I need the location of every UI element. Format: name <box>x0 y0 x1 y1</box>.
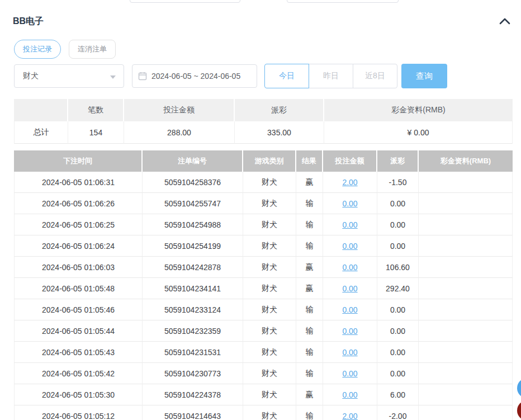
bet-id: 5059104242878 <box>143 257 243 278</box>
collapse-panel-button[interactable] <box>497 15 513 28</box>
bet-amount-cell: 0.00 <box>323 257 377 278</box>
bet-bonus <box>419 214 513 235</box>
records-header-id: 注单编号 <box>143 150 243 172</box>
bet-result: 输 <box>296 214 323 235</box>
search-button[interactable]: 查询 <box>401 64 447 88</box>
tab-bet-records[interactable]: 投注记录 <box>14 40 61 59</box>
bet-amount-cell: 0.00 <box>323 299 377 320</box>
bet-result: 输 <box>296 363 323 384</box>
last-8-days-button-label: 近8日 <box>365 71 385 81</box>
yesterday-button[interactable]: 昨日 <box>309 64 353 88</box>
bet-bonus <box>419 405 513 420</box>
bet-id: 5059104255747 <box>143 193 243 214</box>
bet-time: 2024-06-05 01:06:03 <box>14 257 143 278</box>
records-body: 2024-06-05 01:06:31 5059104258376 财犬 赢 2… <box>14 172 513 420</box>
bet-amount-cell: 2.00 <box>323 405 377 420</box>
summary-total-payout: 335.00 <box>235 121 324 144</box>
bet-time: 2024-06-05 01:05:44 <box>14 320 143 342</box>
bet-amount-link[interactable]: 0.00 <box>342 390 357 399</box>
bet-game: 财犬 <box>243 363 296 384</box>
bet-id: 5059104234141 <box>143 278 243 299</box>
floating-service-button-blue[interactable] <box>517 378 521 398</box>
bet-game: 财犬 <box>243 235 296 257</box>
page-title: BB电子 <box>13 16 44 27</box>
bet-amount-link[interactable]: 0.00 <box>342 284 357 293</box>
bet-bonus <box>419 172 513 193</box>
bet-id: 5059104254199 <box>143 235 243 257</box>
bet-id: 5059104254988 <box>143 214 243 235</box>
bet-bonus <box>419 257 513 278</box>
bet-amount-link[interactable]: 0.00 <box>342 327 357 336</box>
bet-amount-link[interactable]: 0.00 <box>342 199 357 208</box>
bet-result: 输 <box>296 235 323 257</box>
bet-time: 2024-06-05 01:05:48 <box>14 278 143 299</box>
records-header-row: 下注时间 注单编号 游戏类别 结果 投注金额 派彩 彩金资料(RMB) <box>14 150 513 172</box>
table-row: 2024-06-05 01:05:43 5059104231531 财犬 输 0… <box>14 342 513 363</box>
bet-game: 财犬 <box>243 299 296 320</box>
bet-result: 输 <box>296 193 323 214</box>
top-clipped-input-1[interactable] <box>130 0 240 3</box>
bet-amount-cell: 0.00 <box>323 235 377 257</box>
bet-amount-link[interactable]: 0.00 <box>342 348 357 357</box>
summary-header-row: 笔数 投注金额 派彩 彩金资料(RMB) <box>14 99 513 121</box>
bet-time: 2024-06-05 01:05:12 <box>14 405 143 420</box>
bet-bonus <box>419 235 513 257</box>
chevron-down-icon <box>110 75 116 79</box>
game-select-value: 财犬 <box>23 71 39 81</box>
bet-amount-link[interactable]: 0.00 <box>342 369 357 378</box>
bet-time: 2024-06-05 01:05:42 <box>14 363 143 384</box>
bet-id: 5059104231531 <box>143 342 243 363</box>
bet-result: 输 <box>296 405 323 420</box>
bet-amount-cell: 0.00 <box>323 214 377 235</box>
summary-table: 笔数 投注金额 派彩 彩金资料(RMB) 总计 154 288.00 335.0… <box>14 99 513 144</box>
chevron-up-icon <box>497 15 513 28</box>
bet-result: 输 <box>296 320 323 342</box>
bet-bonus <box>419 342 513 363</box>
table-row: 2024-06-05 01:05:44 5059104232359 财犬 输 0… <box>14 320 513 342</box>
summary-total-label: 总计 <box>14 121 68 144</box>
tab-cancelled-orders-label: 连消注单 <box>78 44 107 54</box>
bet-amount-link[interactable]: 2.00 <box>342 178 357 187</box>
table-row: 2024-06-05 01:06:03 5059104242878 财犬 赢 0… <box>14 257 513 278</box>
floating-service-button-red[interactable] <box>517 400 521 420</box>
date-range-value: 2024-06-05 ~ 2024-06-05 <box>151 72 240 81</box>
records-header-bonus: 彩金资料(RMB) <box>419 150 513 172</box>
tab-bet-records-label: 投注记录 <box>23 44 52 54</box>
bet-time: 2024-06-05 01:06:26 <box>14 193 143 214</box>
bet-amount-link[interactable]: 0.00 <box>342 242 357 251</box>
bet-amount-link[interactable]: 0.00 <box>342 305 357 314</box>
bet-payout: 0.00 <box>377 299 419 320</box>
records-header-amount: 投注金额 <box>323 150 377 172</box>
summary-total-row: 总计 154 288.00 335.00 ¥ 0.00 <box>14 121 513 144</box>
bet-payout: 0.00 <box>377 342 419 363</box>
bet-amount-cell: 0.00 <box>323 384 377 405</box>
bet-payout: 6.00 <box>377 384 419 405</box>
bet-result: 赢 <box>296 257 323 278</box>
date-range-input[interactable]: 2024-06-05 ~ 2024-06-05 <box>132 64 257 88</box>
bet-amount-link[interactable]: 0.00 <box>342 220 357 229</box>
top-clipped-input-2[interactable] <box>287 0 399 3</box>
bet-game: 财犬 <box>243 384 296 405</box>
records-header-time: 下注时间 <box>14 150 143 172</box>
bet-amount-cell: 0.00 <box>323 342 377 363</box>
last-8-days-button[interactable]: 近8日 <box>353 64 397 88</box>
game-select[interactable]: 财犬 <box>14 64 124 88</box>
bet-game: 财犬 <box>243 172 296 193</box>
quick-date-button-group: 今日 昨日 近8日 <box>264 64 397 88</box>
bet-payout: 292.40 <box>377 278 419 299</box>
bet-game: 财犬 <box>243 257 296 278</box>
tab-cancelled-orders[interactable]: 连消注单 <box>69 40 116 59</box>
table-row: 2024-06-05 01:06:31 5059104258376 财犬 赢 2… <box>14 172 513 193</box>
bet-amount-cell: 0.00 <box>323 363 377 384</box>
table-row: 2024-06-05 01:06:26 5059104255747 财犬 输 0… <box>14 193 513 214</box>
records-table: 下注时间 注单编号 游戏类别 结果 投注金额 派彩 彩金资料(RMB) 2024… <box>14 150 513 420</box>
bet-bonus <box>419 384 513 405</box>
today-button[interactable]: 今日 <box>264 64 309 88</box>
bet-amount-link[interactable]: 2.00 <box>342 412 357 420</box>
bet-amount-link[interactable]: 0.00 <box>342 263 357 272</box>
bet-amount-cell: 0.00 <box>323 320 377 342</box>
table-row: 2024-06-05 01:05:46 5059104233124 财犬 输 0… <box>14 299 513 320</box>
bet-game: 财犬 <box>243 405 296 420</box>
bet-payout: 0.00 <box>377 193 419 214</box>
summary-header-count: 笔数 <box>68 99 124 121</box>
